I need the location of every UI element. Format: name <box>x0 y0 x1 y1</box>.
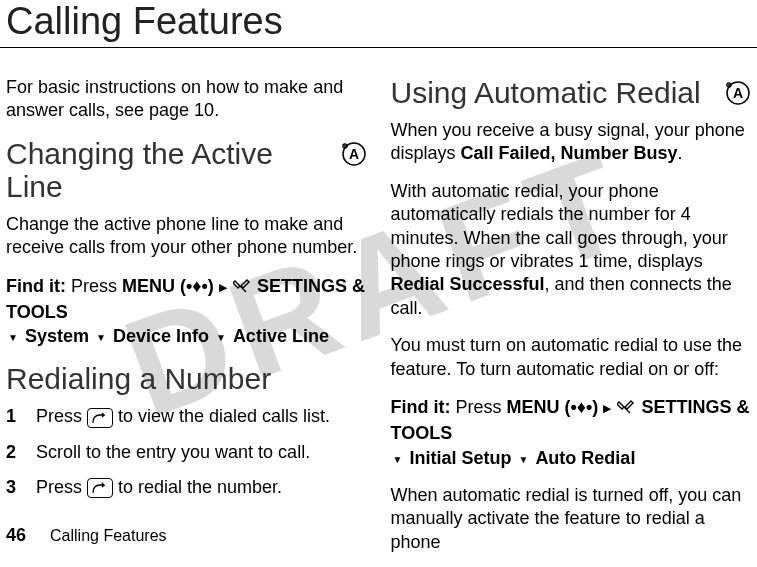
turn-on-redial-text: You must turn on automatic redial to use… <box>391 334 752 381</box>
right-column: Using Automatic Redial A When you receiv… <box>391 76 752 554</box>
changing-active-line-body: Change the active phone line to make and… <box>6 213 367 260</box>
footer-section-label: Calling Features <box>50 527 167 545</box>
auto-redial-desc: With automatic redial, your phone automa… <box>391 180 752 320</box>
step-post: to redial the number. <box>113 477 282 497</box>
initial-setup-label: Initial Setup <box>409 448 511 468</box>
nav-down-icon <box>516 448 530 468</box>
left-column: For basic instructions on how to make an… <box>6 76 367 554</box>
menu-key-glyph: (•♦•) <box>180 276 214 296</box>
find-it-label: Find it: <box>391 397 451 417</box>
section-heading-row: Changing the Active Line A <box>6 137 367 213</box>
find-it-left: Find it: Press MENU (•♦•) SETTINGS & TOO… <box>6 274 367 349</box>
list-item: 2 Scroll to the entry you want to call. <box>6 441 367 464</box>
step-pre: Press <box>36 406 87 426</box>
accessibility-icon: A <box>725 80 751 110</box>
svg-text:A: A <box>348 146 358 162</box>
two-column-layout: For basic instructions on how to make an… <box>0 76 757 554</box>
tools-icon <box>617 397 635 421</box>
nav-arrow-icon <box>219 276 227 296</box>
device-info-label: Device Info <box>113 326 209 346</box>
send-key-icon <box>87 478 113 498</box>
system-label: System <box>25 326 89 346</box>
svg-text:A: A <box>733 85 743 101</box>
step-pre: Press <box>36 477 87 497</box>
changing-active-line-heading: Changing the Active Line <box>6 137 333 203</box>
redial-successful-label: Redial Successful <box>391 274 545 294</box>
find-it-right: Find it: Press MENU (•♦•) SETTINGS & TOO… <box>391 395 752 470</box>
nav-arrow-icon <box>603 397 611 417</box>
text-fragment: . <box>678 143 683 163</box>
list-item: 3 Press to redial the number. <box>6 476 367 499</box>
page-title: Calling Features <box>0 0 757 48</box>
page-number: 46 <box>6 525 26 546</box>
tools-icon <box>233 276 251 300</box>
step-number: 1 <box>6 405 20 428</box>
step-text: Scroll to the entry you want to call. <box>36 441 310 464</box>
manual-redial-text: When automatic redial is turned off, you… <box>391 484 752 554</box>
nav-down-icon <box>391 448 405 468</box>
text-fragment: With automatic redial, your phone automa… <box>391 181 728 271</box>
menu-label: MENU <box>507 397 560 417</box>
press-label: Press <box>71 276 117 296</box>
page-content: Calling Features For basic instructions … <box>0 0 757 554</box>
auto-redial-label: Auto Redial <box>535 448 635 468</box>
step-number: 3 <box>6 476 20 499</box>
redial-steps: 1 Press to view the dialed calls list. 2… <box>6 405 367 499</box>
step-number: 2 <box>6 441 20 464</box>
menu-key-glyph: (•♦•) <box>565 397 599 417</box>
nav-down-icon <box>214 326 228 346</box>
list-item: 1 Press to view the dialed calls list. <box>6 405 367 428</box>
active-line-label: Active Line <box>233 326 329 346</box>
find-it-label: Find it: <box>6 276 66 296</box>
accessibility-icon: A <box>341 141 367 171</box>
intro-text: For basic instructions on how to make an… <box>6 76 367 123</box>
send-key-icon <box>87 408 113 428</box>
nav-down-icon <box>94 326 108 346</box>
press-label: Press <box>456 397 502 417</box>
busy-signal-text: When you receive a busy signal, your pho… <box>391 119 752 166</box>
section-heading-row: Using Automatic Redial A <box>391 76 752 119</box>
redialing-heading: Redialing a Number <box>6 362 367 395</box>
nav-down-icon <box>6 326 20 346</box>
page-footer: 46 Calling Features <box>6 525 167 546</box>
step-post: to view the dialed calls list. <box>113 406 330 426</box>
auto-redial-heading: Using Automatic Redial <box>391 76 718 109</box>
step-text: Press to redial the number. <box>36 476 282 499</box>
call-failed-label: Call Failed, Number Busy <box>461 143 678 163</box>
menu-label: MENU <box>122 276 175 296</box>
step-text: Press to view the dialed calls list. <box>36 405 330 428</box>
